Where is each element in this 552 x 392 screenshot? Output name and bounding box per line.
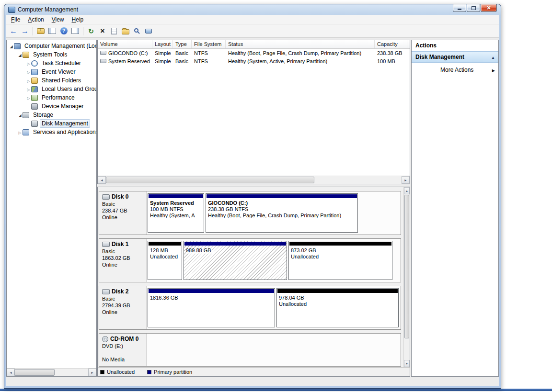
scroll-thumb[interactable] (106, 177, 314, 183)
minimize-button[interactable] (453, 4, 466, 12)
scroll-left-button[interactable] (7, 369, 15, 376)
tree-item-local-users-and-groups[interactable]: Local Users and Groups (7, 85, 96, 93)
tree-expander-icon[interactable] (26, 86, 31, 92)
volume-row-giocondo-c[interactable]: GIOCONDO (C:)SimpleBasicNTFSHealthy (Boo… (98, 49, 410, 57)
cdrom-icon (102, 336, 108, 342)
tree-item-storage[interactable]: Storage (7, 111, 96, 119)
volume-cell: Basic (173, 49, 192, 57)
scroll-thumb[interactable] (14, 369, 55, 376)
partition-tile-system-reserved[interactable]: System Reserved100 MB NTFSHealthy (Syste… (148, 193, 204, 233)
tree-expander-icon[interactable] (26, 68, 31, 75)
action-item-label: Disk Management (415, 54, 464, 60)
toolbar-separator (83, 27, 83, 35)
partition-tile-128-mb[interactable]: 128 MBUnallocated (148, 241, 182, 280)
partition-tile-989-88-gb[interactable]: 989.88 GB (184, 241, 287, 280)
tree-item-label: Storage (31, 111, 55, 119)
volume-cell: Basic (173, 57, 192, 65)
partition-title: 978.04 GB (279, 295, 397, 301)
computer-icon (14, 43, 21, 49)
tree-item-services-and-applications[interactable]: Services and Applications (7, 128, 96, 136)
partition-tile-978-04-gb[interactable]: 978.04 GBUnallocated (276, 288, 399, 327)
graphical-view-vertical-scrollbar[interactable] (403, 187, 410, 367)
volume-icon (100, 59, 106, 63)
disk-header[interactable]: Disk 1Basic1863.02 GBOnline (99, 239, 147, 282)
maximize-button[interactable] (467, 4, 480, 12)
help-icon[interactable] (58, 26, 69, 36)
volume-list-pane: VolumeLayoutTypeFile SystemStatusCapacit… (97, 40, 410, 184)
graphical-view-pane: Disk 0Basic238.47 GBOnlineSystem Reserve… (97, 187, 410, 377)
tree-item-event-viewer[interactable]: Event Viewer (7, 67, 96, 76)
menu-item-help[interactable]: Help (68, 15, 88, 24)
find-icon[interactable] (132, 26, 142, 36)
partition-tile-873-02-gb[interactable]: 873.02 GBUnallocated (288, 241, 392, 280)
tree-item-label: Disk Management (40, 119, 90, 128)
toolbar-separator (33, 27, 33, 35)
delete-icon[interactable] (97, 26, 108, 36)
disk-list: Disk 0Basic238.47 GBOnlineSystem Reserve… (98, 187, 403, 367)
tree-item-disk-management[interactable]: Disk Management (7, 119, 96, 128)
scroll-left-button[interactable] (98, 176, 106, 184)
tree-item-shared-folders[interactable]: Shared Folders (7, 76, 96, 85)
scroll-down-button[interactable] (404, 360, 410, 367)
volume-cell: 100 MB (375, 57, 407, 65)
disk-header[interactable]: CD-ROM 0DVD (E:) No Media (99, 334, 147, 366)
column-header-status[interactable]: Status (226, 40, 375, 48)
partition-tile-giocondo-c[interactable]: GIOCONDO (C:)238.38 GB NTFSHealthy (Boot… (206, 193, 358, 233)
column-header-capacity[interactable]: Capacity (375, 40, 407, 48)
column-header-label: Status (228, 41, 243, 47)
scroll-thumb[interactable] (404, 195, 409, 338)
show-hide-action-pane-icon[interactable] (70, 26, 80, 36)
rescan-disks-icon[interactable] (143, 26, 154, 36)
unallocated-swatch (100, 370, 104, 374)
legend-item-primary-partition: Primary partition (147, 369, 192, 375)
tree-expander-icon[interactable] (26, 60, 31, 67)
tree-item-computer-management-local[interactable]: Computer Management (Local (7, 42, 96, 50)
title-bar[interactable]: Computer Management (4, 4, 501, 15)
volume-cell: NTFS (192, 49, 226, 57)
volume-cell: Simple (152, 57, 173, 65)
tree-expander-icon[interactable] (17, 112, 23, 118)
up-one-level-icon[interactable] (35, 26, 46, 36)
menu-item-action[interactable]: Action (24, 15, 47, 24)
tree-expander-icon[interactable] (17, 51, 23, 58)
tree-expander-icon[interactable] (17, 129, 23, 135)
tree-item-task-scheduler[interactable]: Task Scheduler (7, 59, 96, 67)
properties-icon[interactable] (109, 26, 119, 36)
open-folder-icon[interactable] (120, 26, 131, 36)
menu-item-view[interactable]: View (48, 15, 68, 24)
menu-item-file[interactable]: File (7, 15, 24, 24)
column-header-file-system[interactable]: File System (192, 40, 226, 48)
performance-icon (31, 95, 38, 101)
tree-item-device-manager[interactable]: Device Manager (7, 102, 96, 111)
forward-icon[interactable] (20, 26, 30, 36)
event-viewer-icon (31, 69, 38, 75)
column-header-layout[interactable]: Layout (152, 40, 173, 48)
show-hide-console-tree-icon[interactable] (47, 26, 58, 36)
disk-header[interactable]: Disk 2Basic2794.39 GBOnline (99, 286, 147, 329)
disk-detail: 1863.02 GB (102, 255, 147, 261)
tree-horizontal-scrollbar[interactable] (7, 368, 96, 376)
close-button[interactable] (481, 4, 497, 12)
scroll-right-button[interactable] (402, 176, 410, 184)
disk-icon (102, 194, 110, 200)
scroll-up-button[interactable] (404, 187, 410, 194)
disk-row-cd-rom-0: CD-ROM 0DVD (E:) No Media (99, 333, 401, 367)
refresh-icon[interactable] (86, 26, 96, 36)
volume-row-system-reserved[interactable]: System ReservedSimpleBasicNTFSHealthy (S… (98, 57, 410, 65)
partition-title: 1816.36 GB (150, 295, 274, 301)
tree-item-system-tools[interactable]: System Tools (7, 50, 96, 59)
back-icon[interactable] (8, 26, 19, 36)
partition-area (148, 334, 401, 366)
action-item-more-actions[interactable]: More Actions (412, 65, 498, 75)
column-header-type[interactable]: Type (173, 40, 192, 48)
volume-list-horizontal-scrollbar[interactable] (98, 176, 410, 184)
partition-tile-1816-36-gb[interactable]: 1816.36 GB (148, 288, 275, 327)
tree-expander-icon[interactable] (26, 94, 31, 101)
tree-expander-icon[interactable] (26, 77, 31, 84)
scroll-right-button[interactable] (88, 369, 96, 376)
tree-item-performance[interactable]: Performance (7, 93, 96, 102)
tree-expander-icon[interactable] (9, 43, 14, 49)
column-header-volume[interactable]: Volume (98, 40, 152, 48)
action-item-disk-management[interactable]: Disk Management (412, 51, 498, 63)
disk-header[interactable]: Disk 0Basic238.47 GBOnline (99, 191, 147, 235)
